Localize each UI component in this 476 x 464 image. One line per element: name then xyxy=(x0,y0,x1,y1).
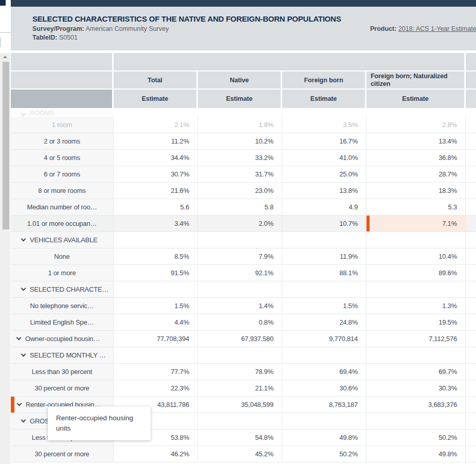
data-cell[interactable]: 0.8% xyxy=(198,314,282,330)
data-cell[interactable]: 33.2% xyxy=(198,150,282,166)
estimate-header-total[interactable]: Estimate xyxy=(114,90,198,108)
data-cell[interactable]: 5.8 xyxy=(198,199,282,215)
row-header-label[interactable]: 30 percent or more xyxy=(11,446,114,462)
row-header-label[interactable]: 2 or 3 rooms xyxy=(11,133,114,149)
data-cell[interactable] xyxy=(367,347,466,363)
data-cell[interactable]: 46.2% xyxy=(114,446,198,462)
data-cell[interactable] xyxy=(114,232,198,248)
data-cell[interactable]: 7.1% xyxy=(367,216,466,231)
data-cell[interactable]: 28.7% xyxy=(367,166,466,182)
data-cell[interactable]: 10.7% xyxy=(282,216,367,231)
data-cell[interactable]: 50.2% xyxy=(282,446,367,462)
row-header-label[interactable]: Limited English Spe… xyxy=(11,314,114,330)
data-cell[interactable] xyxy=(367,108,466,117)
data-cell[interactable]: 4.4% xyxy=(114,314,198,330)
data-cell[interactable]: 30.7% xyxy=(114,166,198,182)
data-cell[interactable] xyxy=(367,232,466,248)
row-header-label[interactable]: None xyxy=(11,248,114,264)
row-header-label[interactable]: 6 or 7 rooms xyxy=(11,166,114,182)
data-cell[interactable] xyxy=(198,108,282,117)
data-cell[interactable]: 25.0% xyxy=(282,166,367,182)
row-header-label[interactable]: Less than 30 percent xyxy=(11,364,114,380)
data-cell[interactable]: 41.0% xyxy=(282,150,367,166)
data-cell[interactable] xyxy=(282,413,367,429)
vertical-scrollbar[interactable] xyxy=(0,53,10,464)
data-cell[interactable]: 2.8% xyxy=(367,117,466,133)
data-cell[interactable]: 50.2% xyxy=(367,430,466,445)
row-header-label[interactable]: 1 or more xyxy=(11,265,114,281)
data-cell[interactable]: 35,048,599 xyxy=(198,397,282,413)
scroll-up-button[interactable] xyxy=(0,53,10,61)
data-cell[interactable] xyxy=(282,232,367,248)
data-cell[interactable]: 21.1% xyxy=(198,380,282,396)
data-cell[interactable]: 89.6% xyxy=(367,265,466,281)
row-header-label[interactable]: No telephone servic… xyxy=(11,298,114,314)
row-header-label[interactable]: Owner-occupied housin… xyxy=(11,331,114,347)
data-cell[interactable]: 18.3% xyxy=(367,183,466,199)
data-cell[interactable]: 49.8% xyxy=(282,430,367,445)
data-cell[interactable]: 77,708,394 xyxy=(114,331,198,347)
column-header-native[interactable]: Native xyxy=(198,72,282,88)
data-cell[interactable]: 11.9% xyxy=(282,248,367,264)
data-cell[interactable]: 7.9% xyxy=(198,248,282,264)
data-cell[interactable]: 21.6% xyxy=(114,183,198,199)
data-cell[interactable]: 69.4% xyxy=(282,364,367,380)
data-cell[interactable]: 69.7% xyxy=(367,364,466,380)
data-cell[interactable]: 1.5% xyxy=(282,298,367,314)
data-cell[interactable] xyxy=(198,281,282,297)
row-header-section[interactable]: ROOMS xyxy=(11,108,114,117)
data-cell[interactable]: 49.8% xyxy=(367,446,466,462)
data-cell[interactable]: 77.7% xyxy=(114,364,198,380)
data-cell[interactable]: 78.9% xyxy=(198,364,282,380)
data-cell[interactable]: 10.4% xyxy=(367,248,466,264)
estimate-header-naturalized[interactable]: Estimate xyxy=(367,90,466,108)
data-cell[interactable]: 24.8% xyxy=(282,314,367,330)
row-header-label[interactable]: 1 room xyxy=(11,117,114,133)
data-cell[interactable]: 22.3% xyxy=(114,380,198,396)
data-cell[interactable]: 5.3 xyxy=(367,199,466,215)
estimate-header-native[interactable]: Estimate xyxy=(198,90,282,108)
data-cell[interactable]: 30.3% xyxy=(367,380,466,396)
data-cell[interactable] xyxy=(114,281,198,297)
product-link[interactable]: 2018: ACS 1-Year Estimates S xyxy=(398,25,476,32)
data-cell[interactable]: 8.5% xyxy=(114,248,198,264)
data-cell[interactable]: 16.7% xyxy=(282,133,367,149)
data-cell[interactable]: 36.8% xyxy=(367,150,466,166)
data-cell[interactable] xyxy=(367,413,466,429)
data-cell[interactable]: 31.7% xyxy=(198,166,282,182)
row-header-section[interactable]: SELECTED MONTHLY … xyxy=(11,347,114,363)
column-header-total[interactable]: Total xyxy=(114,72,198,88)
data-cell[interactable]: 88.1% xyxy=(282,265,367,281)
data-cell[interactable]: 7,112,576 xyxy=(367,331,466,347)
data-cell[interactable] xyxy=(114,108,198,117)
row-header-label[interactable]: 4 or 5 rooms xyxy=(11,150,114,166)
data-cell[interactable] xyxy=(114,347,198,363)
data-cell[interactable]: 91.5% xyxy=(114,265,198,281)
data-cell[interactable]: 67,937,580 xyxy=(198,331,282,347)
row-header-section[interactable]: VEHICLES AVAILABLE xyxy=(11,232,114,248)
data-cell[interactable]: 1.4% xyxy=(198,298,282,314)
data-cell[interactable] xyxy=(282,347,367,363)
data-cell[interactable]: 1.8% xyxy=(198,117,282,133)
estimate-header-foreign-born[interactable]: Estimate xyxy=(282,90,367,108)
data-cell[interactable]: 13.8% xyxy=(282,183,367,199)
data-cell[interactable] xyxy=(282,281,367,297)
data-cell[interactable]: 3,683,376 xyxy=(367,397,466,413)
data-cell[interactable]: 11.2% xyxy=(114,133,198,149)
data-cell[interactable]: 92.1% xyxy=(198,265,282,281)
data-cell[interactable]: 5.6 xyxy=(114,199,198,215)
data-cell[interactable]: 54.8% xyxy=(198,430,282,445)
column-header-naturalized[interactable]: Foreign born; Naturalized citizen xyxy=(367,72,466,88)
data-cell[interactable]: 13.4% xyxy=(367,133,466,149)
row-header-label[interactable]: Median number of roo… xyxy=(11,199,114,215)
data-cell[interactable]: 9,770,814 xyxy=(282,331,367,347)
data-cell[interactable] xyxy=(367,281,466,297)
scrollbar-thumb[interactable] xyxy=(3,62,9,229)
data-cell[interactable]: 2.0% xyxy=(198,216,282,231)
header-spanner-cell[interactable] xyxy=(114,53,466,70)
row-header-section[interactable]: SELECTED CHARACTE… xyxy=(11,281,114,297)
data-cell[interactable] xyxy=(198,232,282,248)
column-header-foreign-born[interactable]: Foreign born xyxy=(282,72,367,88)
data-cell[interactable] xyxy=(282,108,367,117)
data-cell[interactable]: 30.6% xyxy=(282,380,367,396)
